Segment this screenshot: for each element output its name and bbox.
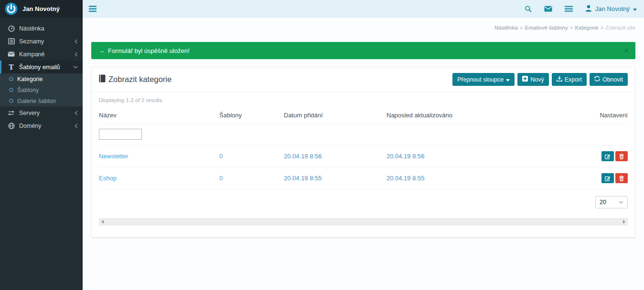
updated-date: 20.04.19 8:55 xyxy=(386,167,570,189)
sidebar-item-label: Kampaně xyxy=(19,51,70,58)
column-header-datum-pridani[interactable]: Datum přidání xyxy=(284,105,386,125)
submenu-item-label: Šablony xyxy=(17,87,39,93)
text-icon: T xyxy=(8,64,15,70)
sidebar: Jan Novotný Nástěnka Seznamy Kampaně T Š… xyxy=(0,0,83,290)
chevron-left-icon xyxy=(75,124,78,128)
sidebar-user-name: Jan Novotný xyxy=(22,5,60,12)
envelope-icon xyxy=(8,52,15,57)
alert-message: Formulář byl úspěšně uložen! xyxy=(108,47,190,54)
refresh-button-label: Obnovit xyxy=(602,76,623,83)
edit-button[interactable] xyxy=(601,151,614,161)
delete-button[interactable] xyxy=(615,173,628,183)
sidebar-item-seznamy[interactable]: Seznamy xyxy=(0,35,83,48)
topbar-user-name: Jan Novotný xyxy=(595,5,630,12)
category-name-link[interactable]: Newsletter xyxy=(99,153,128,160)
scroll-left-arrow-icon[interactable] xyxy=(101,220,104,224)
created-date: 20.04.19 8:55 xyxy=(284,167,386,189)
column-header-nastaveni: Nastavení xyxy=(570,105,628,125)
breadcrumb-item-nastenka[interactable]: Nástěnka xyxy=(494,25,518,31)
sidebar-item-label: Nástěnka xyxy=(19,25,78,32)
scroll-right-arrow-icon[interactable] xyxy=(623,220,625,224)
sidebar-item-label: Šablony emailů xyxy=(19,64,69,71)
sidebar-item-label: Domény xyxy=(19,123,70,129)
column-header-nazev[interactable]: Název xyxy=(99,105,219,125)
dashboard-icon xyxy=(8,25,15,32)
page-size-select[interactable]: 20 xyxy=(595,196,628,208)
submenu-item-label: Galerie šablon xyxy=(17,98,56,104)
chevron-left-icon xyxy=(75,111,78,115)
table-header-row: Název Šablony Datum přidání Naposled akt… xyxy=(99,105,628,125)
sidebar-item-domeny[interactable]: Domény xyxy=(0,119,83,132)
edit-button[interactable] xyxy=(601,173,614,183)
export-button[interactable]: Export xyxy=(552,73,587,86)
table-row: Newsletter 0 20.04.19 8:56 20.04.19 8:56 xyxy=(99,145,628,167)
globe-icon xyxy=(8,123,15,129)
submenu-item-label: Kategorie xyxy=(17,76,43,83)
list-icon xyxy=(8,38,15,44)
sidebar-item-sablony-emailu[interactable]: T Šablony emailů xyxy=(0,61,83,73)
breadcrumb-separator: > xyxy=(601,25,604,31)
user-icon xyxy=(585,5,592,13)
sidebar-submenu: Kategorie Šablony Galerie šablon xyxy=(0,73,83,106)
user-menu[interactable]: Jan Novotný xyxy=(585,5,637,13)
column-header-sablony[interactable]: Šablony xyxy=(219,105,284,125)
chevron-left-icon xyxy=(75,39,78,44)
created-date: 20.04.19 8:56 xyxy=(284,145,386,167)
breadcrumb-separator: > xyxy=(570,25,573,31)
categories-table: Název Šablony Datum přidání Naposled akt… xyxy=(99,105,628,189)
breadcrumb-item-emailove-sablony[interactable]: Emailové šablony xyxy=(525,25,568,31)
panel-title-text: Zobrazit kategorie xyxy=(108,75,172,84)
horizontal-scrollbar[interactable] xyxy=(99,218,628,226)
circle-icon xyxy=(9,99,13,103)
sidebar-menu: Nástěnka Seznamy Kampaně T Šablony email… xyxy=(0,22,83,132)
success-alert: → Formulář byl úspěšně uložen! × xyxy=(91,42,635,59)
pagination: 20 xyxy=(92,189,635,208)
export-button-label: Export xyxy=(565,76,582,83)
updated-date: 20.04.19 8:56 xyxy=(386,145,570,167)
refresh-button[interactable]: Obnovit xyxy=(590,73,628,86)
exchange-icon xyxy=(8,110,15,116)
sidebar-toggle-button[interactable] xyxy=(89,6,97,12)
circle-icon xyxy=(9,77,13,81)
panel-header: Zobrazit kategorie Přepnout sloupce Nový… xyxy=(92,67,635,92)
new-button-label: Nový xyxy=(530,76,544,83)
categories-panel: Zobrazit kategorie Přepnout sloupce Nový… xyxy=(91,67,635,238)
templates-count: 0 xyxy=(219,145,284,167)
search-icon[interactable] xyxy=(525,5,532,12)
page-size-value: 20 xyxy=(600,199,606,206)
power-logo-icon[interactable] xyxy=(5,2,18,15)
panel-title: Zobrazit kategorie xyxy=(99,74,172,84)
download-icon xyxy=(557,76,562,83)
breadcrumb-separator: > xyxy=(520,25,523,31)
sidebar-subitem-galerie-sablon[interactable]: Galerie šablon xyxy=(0,95,83,106)
breadcrumb-item-zobrazit-vse: Zobrazit vše xyxy=(605,25,635,31)
sidebar-item-nastenka[interactable]: Nástěnka xyxy=(0,22,83,35)
category-name-link[interactable]: Eshop xyxy=(99,175,117,182)
sidebar-item-servery[interactable]: Servery xyxy=(0,106,83,119)
alert-close-icon[interactable]: × xyxy=(624,47,628,54)
filter-row xyxy=(99,125,628,145)
circle-icon xyxy=(9,88,13,92)
breadcrumb-item-kategorie[interactable]: Kategorie xyxy=(575,25,598,31)
sidebar-subitem-sablony[interactable]: Šablony xyxy=(0,84,83,95)
chevron-left-icon xyxy=(75,52,78,57)
delete-button[interactable] xyxy=(615,151,628,161)
sidebar-subitem-kategorie[interactable]: Kategorie xyxy=(0,73,83,84)
column-header-naposled-aktualizovano[interactable]: Naposled aktualizováno xyxy=(386,105,570,125)
horizontal-bars-icon[interactable] xyxy=(565,6,573,12)
topbar: Jan Novotný xyxy=(83,0,644,18)
messages-envelope-icon[interactable] xyxy=(544,6,552,12)
sidebar-item-kampane[interactable]: Kampaně xyxy=(0,48,83,61)
new-button[interactable]: Nový xyxy=(517,73,548,86)
breadcrumb: Nástěnka>Emailové šablony>Kategorie>Zobr… xyxy=(83,18,644,37)
name-filter-input[interactable] xyxy=(99,129,142,140)
caret-down-icon xyxy=(506,76,510,83)
chevron-down-icon xyxy=(619,201,623,204)
sidebar-item-label: Seznamy xyxy=(19,38,70,45)
chevron-down-icon xyxy=(73,65,78,69)
arrow-right-icon: → xyxy=(98,47,105,54)
caret-down-icon xyxy=(633,5,637,12)
toggle-columns-button[interactable]: Přepnout sloupce xyxy=(452,73,515,86)
templates-count: 0 xyxy=(219,167,284,189)
toggle-columns-label: Přepnout sloupce xyxy=(457,76,504,83)
